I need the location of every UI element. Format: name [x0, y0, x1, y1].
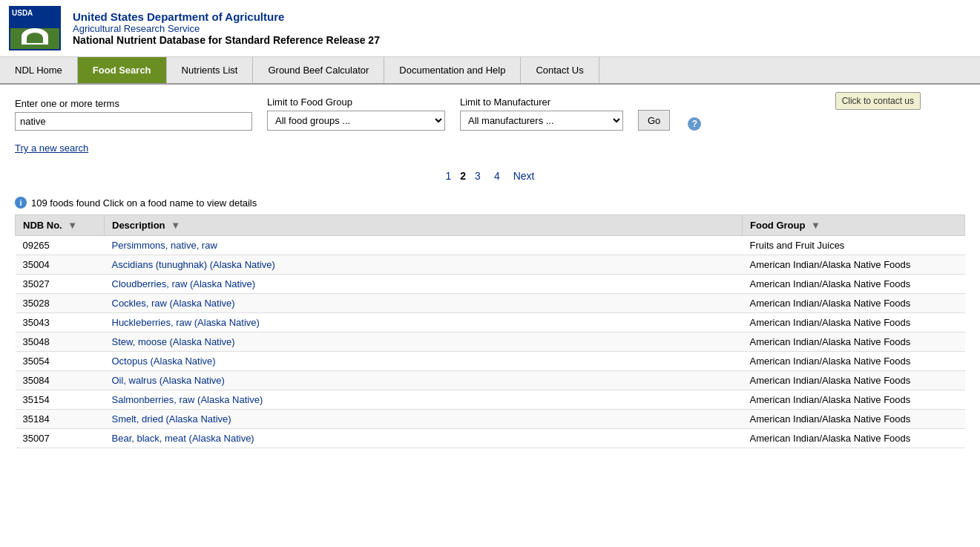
cell-group-0: Fruits and Fruit Juices [743, 236, 965, 255]
cell-group-8: American Indian/Alaska Native Foods [743, 390, 965, 410]
cell-desc-1[interactable]: Ascidians (tunughnak) (Alaska Native) [105, 255, 743, 275]
cell-desc-4[interactable]: Huckleberries, raw (Alaska Native) [105, 313, 743, 333]
logo-usda-text: USDA [12, 9, 33, 17]
food-link-6[interactable]: Octopus (Alaska Native) [112, 356, 216, 367]
table-row: 35007 Bear, black, meat (Alaska Native) … [16, 429, 965, 448]
search-terms-label: Enter one or more terms [15, 98, 252, 109]
food-link-10[interactable]: Bear, black, meat (Alaska Native) [112, 433, 254, 444]
page-4-link[interactable]: 4 [490, 168, 504, 183]
next-page-link[interactable]: Next [509, 168, 539, 183]
try-search-link[interactable]: Try a new search [15, 143, 88, 154]
table-row: 35028 Cockles, raw (Alaska Native) Ameri… [16, 294, 965, 313]
cell-ndb-9: 35184 [16, 410, 105, 429]
table-row: 35048 Stew, moose (Alaska Native) Americ… [16, 333, 965, 352]
col-group-sort-icon: ▼ [811, 220, 820, 231]
food-group-label: Limit to Food Group [267, 96, 445, 108]
cell-ndb-5: 35048 [16, 333, 105, 352]
cell-ndb-3: 35028 [16, 294, 105, 313]
col-desc-sort-icon: ▼ [171, 220, 180, 231]
manufacturer-group: Limit to Manufacturer All manufacturers … [460, 96, 623, 131]
page-3-link[interactable]: 3 [470, 168, 485, 183]
food-link-7[interactable]: Oil, walrus (Alaska Native) [112, 375, 225, 386]
usda-logo: USDA [9, 6, 61, 50]
table-row: 09265 Persimmons, native, raw Fruits and… [16, 236, 965, 255]
cell-ndb-4: 35043 [16, 313, 105, 333]
search-terms-group: Enter one or more terms [15, 98, 252, 131]
search-form: Enter one or more terms Limit to Food Gr… [15, 96, 965, 131]
cell-group-1: American Indian/Alaska Native Foods [743, 255, 965, 275]
cell-group-3: American Indian/Alaska Native Foods [743, 294, 965, 313]
food-link-1[interactable]: Ascidians (tunughnak) (Alaska Native) [112, 259, 275, 270]
nav-ground-beef[interactable]: Ground Beef Calculator [253, 57, 384, 83]
col-group-label: Food Group [750, 220, 805, 231]
cell-group-10: American Indian/Alaska Native Foods [743, 429, 965, 448]
main-content: Click to contact us Enter one or more te… [0, 85, 980, 460]
page-current: 2 [460, 170, 466, 182]
cell-group-4: American Indian/Alaska Native Foods [743, 313, 965, 333]
col-desc-label: Description [112, 220, 165, 231]
table-header: NDB No. ▼ Description ▼ Food Group ▼ [16, 215, 965, 236]
page-1-link[interactable]: 1 [441, 168, 456, 183]
nav-food-search[interactable]: Food Search [78, 57, 167, 83]
main-nav: NDL Home Food Search Nutrients List Grou… [0, 57, 980, 85]
food-link-8[interactable]: Salmonberries, raw (Alaska Native) [112, 394, 263, 405]
nav-nutrients-list[interactable]: Nutrients List [167, 57, 254, 83]
table-row: 35054 Octopus (Alaska Native) American I… [16, 352, 965, 371]
food-group-select[interactable]: All food groups ... American Indian/Alas… [267, 111, 445, 131]
table-row: 35004 Ascidians (tunughnak) (Alaska Nati… [16, 255, 965, 275]
results-info-text: 109 foods found Click on a food name to … [31, 197, 257, 209]
cell-ndb-2: 35027 [16, 275, 105, 294]
cell-desc-3[interactable]: Cockles, raw (Alaska Native) [105, 294, 743, 313]
db-title: National Nutrient Database for Standard … [73, 34, 380, 46]
cell-desc-9[interactable]: Smelt, dried (Alaska Native) [105, 410, 743, 429]
table-row: 35084 Oil, walrus (Alaska Native) Americ… [16, 371, 965, 390]
cell-desc-8[interactable]: Salmonberries, raw (Alaska Native) [105, 390, 743, 410]
go-button[interactable]: Go [638, 110, 670, 131]
search-input[interactable] [15, 112, 252, 131]
cell-group-5: American Indian/Alaska Native Foods [743, 333, 965, 352]
header-text: United States Department of Agriculture … [73, 10, 380, 46]
food-group-group: Limit to Food Group All food groups ... … [267, 96, 445, 131]
results-info: i 109 foods found Click on a food name t… [15, 197, 965, 209]
usda-line1: United States Department of Agriculture [73, 10, 380, 23]
nav-ndl-home[interactable]: NDL Home [0, 57, 78, 83]
table-row: 35027 Cloudberries, raw (Alaska Native) … [16, 275, 965, 294]
cell-desc-7[interactable]: Oil, walrus (Alaska Native) [105, 371, 743, 390]
table-body: 09265 Persimmons, native, raw Fruits and… [16, 236, 965, 448]
cell-group-2: American Indian/Alaska Native Foods [743, 275, 965, 294]
cell-group-6: American Indian/Alaska Native Foods [743, 352, 965, 371]
nav-doc-help[interactable]: Documentation and Help [384, 57, 521, 83]
col-description[interactable]: Description ▼ [105, 215, 743, 236]
food-link-0[interactable]: Persimmons, native, raw [112, 240, 217, 251]
cell-desc-0[interactable]: Persimmons, native, raw [105, 236, 743, 255]
cell-group-9: American Indian/Alaska Native Foods [743, 410, 965, 429]
food-link-3[interactable]: Cockles, raw (Alaska Native) [112, 298, 235, 309]
table-row: 35184 Smelt, dried (Alaska Native) Ameri… [16, 410, 965, 429]
cell-ndb-8: 35154 [16, 390, 105, 410]
cell-desc-6[interactable]: Octopus (Alaska Native) [105, 352, 743, 371]
table-row: 35043 Huckleberries, raw (Alaska Native)… [16, 313, 965, 333]
food-link-2[interactable]: Cloudberries, raw (Alaska Native) [112, 278, 256, 289]
col-food-group[interactable]: Food Group ▼ [743, 215, 965, 236]
cell-ndb-0: 09265 [16, 236, 105, 255]
results-info-icon: i [15, 197, 27, 209]
manufacturer-label: Limit to Manufacturer [460, 96, 623, 108]
food-link-5[interactable]: Stew, moose (Alaska Native) [112, 336, 235, 347]
col-ndb-no[interactable]: NDB No. ▼ [16, 215, 105, 236]
cell-desc-5[interactable]: Stew, moose (Alaska Native) [105, 333, 743, 352]
cell-ndb-7: 35084 [16, 371, 105, 390]
search-info-icon[interactable]: ? [688, 117, 701, 131]
logo-inner-circle [27, 33, 43, 43]
col-ndb-label: NDB No. [23, 220, 62, 231]
cell-desc-2[interactable]: Cloudberries, raw (Alaska Native) [105, 275, 743, 294]
nav-contact-us[interactable]: Contact Us [521, 57, 599, 83]
col-ndb-sort-icon: ▼ [68, 220, 77, 231]
logo-area: USDA [9, 6, 61, 50]
food-link-4[interactable]: Huckleberries, raw (Alaska Native) [112, 317, 260, 328]
manufacturer-select[interactable]: All manufacturers ... [460, 111, 623, 131]
table-header-row: NDB No. ▼ Description ▼ Food Group ▼ [16, 215, 965, 236]
contact-tooltip[interactable]: Click to contact us [835, 92, 921, 110]
cell-desc-10[interactable]: Bear, black, meat (Alaska Native) [105, 429, 743, 448]
food-link-9[interactable]: Smelt, dried (Alaska Native) [112, 413, 231, 425]
usda-line2: Agricultural Research Service [73, 23, 380, 34]
